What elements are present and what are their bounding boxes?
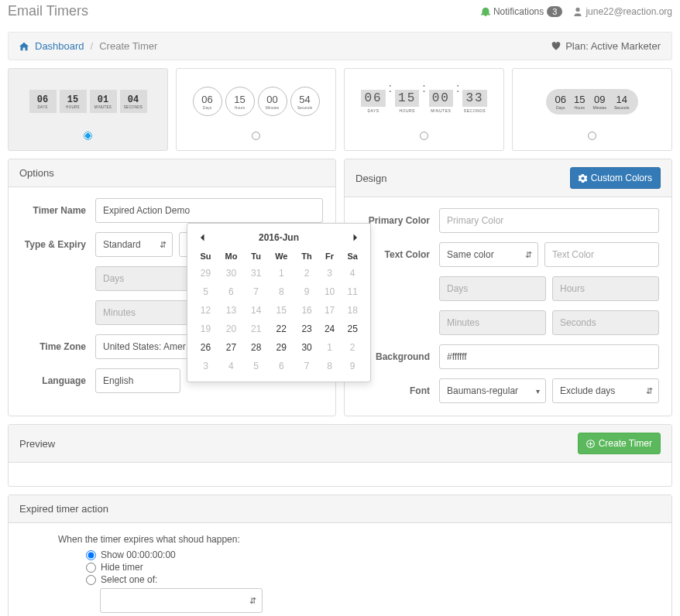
user-icon	[573, 7, 582, 16]
datepicker-day[interactable]: 10	[318, 282, 341, 301]
datepicker-day[interactable]: 11	[341, 282, 364, 301]
datepicker-day[interactable]: 5	[194, 282, 218, 301]
datepicker-day[interactable]: 30	[295, 338, 318, 357]
datepicker-day[interactable]: 1	[318, 338, 341, 357]
primary-color-input[interactable]	[439, 208, 659, 233]
datepicker-day[interactable]: 1	[267, 264, 295, 282]
design-panel: Design Custom Colors Primary Color Text …	[344, 159, 672, 416]
design-hours-input	[552, 276, 659, 301]
text-color-input[interactable]	[544, 242, 659, 267]
preview-panel: Preview Create Timer	[8, 424, 672, 487]
datepicker-day[interactable]: 8	[318, 357, 341, 375]
datepicker-day[interactable]: 7	[295, 357, 318, 375]
options-heading: Options	[19, 167, 54, 179]
user-email: june22@reaction.org	[586, 6, 672, 17]
datepicker-prev[interactable]	[195, 231, 211, 244]
datepicker-day[interactable]: 18	[341, 301, 364, 320]
datepicker-dow: Fr	[318, 248, 341, 264]
datepicker-dow: We	[267, 248, 295, 264]
datepicker-next[interactable]	[347, 231, 362, 244]
datepicker-day[interactable]: 4	[341, 264, 364, 282]
gear-icon	[579, 174, 587, 183]
datepicker-day[interactable]: 15	[267, 301, 295, 320]
datepicker-day[interactable]: 13	[218, 301, 245, 320]
datepicker-day[interactable]: 6	[218, 282, 245, 301]
notifications-label: Notifications	[493, 6, 544, 17]
datepicker-day[interactable]: 7	[245, 282, 267, 301]
datepicker-day[interactable]: 17	[318, 301, 341, 320]
plan-label: Plan: Active Marketer	[565, 40, 661, 52]
datepicker-day[interactable]: 29	[267, 338, 295, 357]
datepicker-title: 2016-Jun	[259, 232, 299, 243]
datepicker-day[interactable]: 26	[194, 338, 218, 357]
timer-name-input[interactable]	[95, 198, 323, 223]
datepicker-day[interactable]: 5	[245, 357, 267, 375]
datepicker-day[interactable]: 31	[245, 264, 267, 282]
breadcrumb-sep: /	[91, 40, 94, 52]
notifications-link[interactable]: Notifications 3	[481, 6, 563, 17]
datepicker-day[interactable]: 23	[295, 320, 318, 338]
datepicker-day[interactable]: 9	[341, 357, 364, 375]
datepicker: 2016-Jun SuMoTuWeThFrSa 2930311234567891…	[187, 223, 371, 382]
font-label: Font	[357, 385, 439, 396]
design-minutes-input	[439, 310, 546, 335]
datepicker-day[interactable]: 8	[267, 282, 295, 301]
type-select[interactable]	[95, 232, 173, 257]
expired-opt-select-one[interactable]: Select one of:	[86, 574, 659, 585]
style-option-2[interactable]: 06Days 15Hours 00Minutes 54Seconds	[176, 68, 336, 151]
datepicker-day[interactable]: 25	[341, 320, 364, 338]
datepicker-dow: Mo	[218, 248, 245, 264]
expired-opt-hide[interactable]: Hide timer	[86, 562, 659, 573]
expired-intro: When the timer expires what shoud happen…	[58, 534, 659, 545]
style-radio-1[interactable]	[84, 132, 92, 140]
design-heading: Design	[355, 173, 386, 184]
datepicker-day[interactable]: 29	[194, 264, 218, 282]
datepicker-day[interactable]: 27	[218, 338, 245, 357]
heart-icon	[551, 42, 561, 51]
datepicker-day[interactable]: 2	[341, 338, 364, 357]
font-select[interactable]	[439, 378, 546, 403]
timezone-label: Time Zone	[21, 341, 95, 352]
timer-name-label: Timer Name	[21, 205, 95, 216]
background-input[interactable]	[439, 344, 659, 369]
datepicker-dow: Th	[295, 248, 318, 264]
datepicker-day[interactable]: 4	[218, 357, 245, 375]
datepicker-day[interactable]: 12	[194, 301, 218, 320]
custom-colors-button[interactable]: Custom Colors	[570, 167, 661, 189]
expired-opt-show-zero[interactable]: Show 00:00:00:00	[86, 549, 659, 560]
breadcrumb-dashboard[interactable]: Dashboard	[35, 40, 84, 52]
user-menu[interactable]: june22@reaction.org	[573, 6, 672, 17]
datepicker-day[interactable]: 9	[295, 282, 318, 301]
style-option-3[interactable]: 06DAYS: 15HOURS: 00MINUTES: 33SECONDS	[344, 68, 504, 151]
datepicker-day[interactable]: 14	[245, 301, 267, 320]
datepicker-day[interactable]: 28	[245, 338, 267, 357]
create-timer-button[interactable]: Create Timer	[578, 433, 661, 454]
datepicker-day[interactable]: 21	[245, 320, 267, 338]
style-radio-4[interactable]	[588, 132, 596, 140]
style-option-4[interactable]: 06Days 15Hours 09Minutes 14Seconds	[512, 68, 672, 151]
datepicker-day[interactable]: 2	[295, 264, 318, 282]
style-radio-3[interactable]	[420, 132, 428, 140]
bell-icon	[481, 7, 490, 16]
datepicker-day[interactable]: 30	[218, 264, 245, 282]
expired-select-one-dropdown[interactable]	[100, 588, 263, 613]
datepicker-day[interactable]: 3	[318, 264, 341, 282]
datepicker-day[interactable]: 20	[218, 320, 245, 338]
datepicker-day[interactable]: 22	[267, 320, 295, 338]
datepicker-day[interactable]: 16	[295, 301, 318, 320]
datepicker-day[interactable]: 3	[194, 357, 218, 375]
text-color-mode-select[interactable]	[439, 242, 538, 267]
style-radio-2[interactable]	[252, 132, 260, 140]
datepicker-day[interactable]: 24	[318, 320, 341, 338]
expired-action-panel: Expired timer action When the timer expi…	[8, 495, 672, 616]
breadcrumb: Dashboard / Create Timer Plan: Active Ma…	[8, 32, 672, 60]
datepicker-day[interactable]: 6	[267, 357, 295, 375]
breadcrumb-current: Create Timer	[99, 40, 157, 52]
language-select[interactable]	[95, 368, 180, 393]
page-title: Email Timers	[8, 3, 481, 19]
style-option-1[interactable]: 06DAYS 15HOURS 01MINUTES 04SECONDS	[8, 68, 168, 151]
datepicker-day[interactable]: 19	[194, 320, 218, 338]
notifications-count-badge: 3	[547, 6, 562, 17]
exclude-days-select[interactable]	[552, 378, 659, 403]
options-panel: Options Timer Name Type & Expiry	[8, 159, 336, 416]
